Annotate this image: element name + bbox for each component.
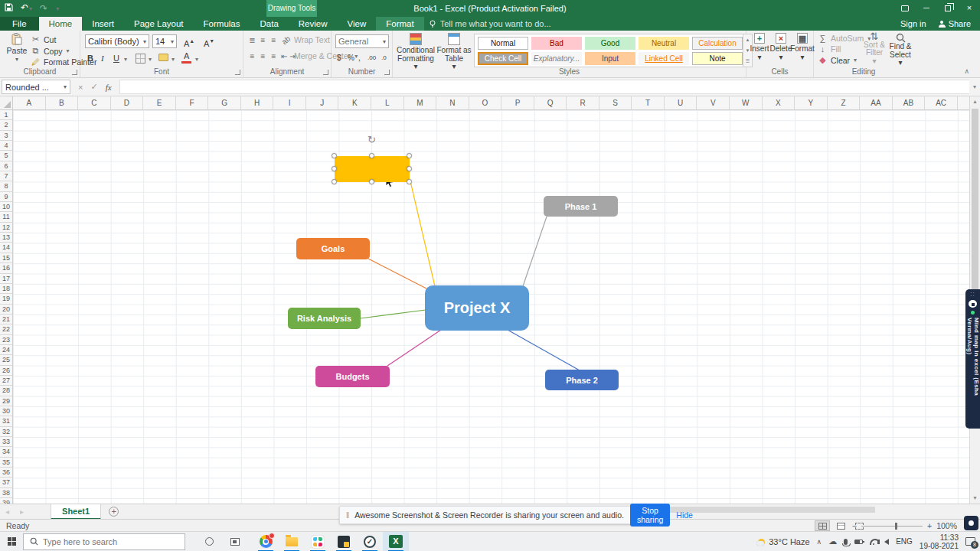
start-button[interactable] [0,532,23,551]
mindmap-node-goals[interactable]: Goals [296,238,370,259]
zoom-out-button[interactable]: − [852,521,857,530]
ribbon-tab-view[interactable]: View [338,17,377,31]
cell-style-normal[interactable]: Normal [478,37,528,50]
column-header-I[interactable]: I [273,96,306,109]
drag-handle-icon[interactable]: ‖ [346,511,348,520]
ribbon-tab-format[interactable]: Format [376,17,423,31]
selection-handle-1[interactable] [369,153,374,158]
row-header-9[interactable]: 9 [0,192,12,202]
row-header-20[interactable]: 20 [0,305,12,315]
sheet-tab-sheet1[interactable]: Sheet1 [51,504,101,520]
conditional-formatting-button[interactable]: Conditional Formatting▾ [397,33,434,71]
orientation-button[interactable]: ab [279,34,292,47]
column-header-V[interactable]: V [697,96,730,109]
mindmap-node-selected-shape[interactable] [335,156,410,182]
zoom-level[interactable]: 100% [936,521,957,530]
name-box[interactable]: Rounded ...▾ [2,80,70,94]
taskbar-app-explorer[interactable] [279,532,305,551]
increase-font-button[interactable]: A▲ [181,35,197,50]
column-header-G[interactable]: G [208,96,241,109]
row-header-39[interactable]: 39 [0,498,12,504]
column-header-S[interactable]: S [599,96,632,109]
ribbon-tab-home[interactable]: Home [39,17,83,31]
format-as-table-button[interactable]: Format as Table▾ [436,33,472,71]
scroll-up-icon[interactable]: ▲ [970,96,980,107]
row-header-12[interactable]: 12 [0,223,12,233]
mindmap-node-risk-analysis[interactable]: Risk Analysis [288,308,361,329]
onedrive-icon[interactable]: ☁ [828,536,837,546]
action-center-icon[interactable]: 8 [965,537,975,546]
ribbon-tab-formulas[interactable]: Formulas [194,17,250,31]
column-header-Y[interactable]: Y [795,96,828,109]
row-header-16[interactable]: 16 [0,263,12,273]
weather-widget[interactable]: 33°C Haze [758,537,809,546]
taskbar-app-notes[interactable] [331,532,357,551]
ribbon-tab-review[interactable]: Review [289,17,338,31]
formula-bar-expand-icon[interactable]: ▾ [969,83,980,90]
row-header-34[interactable]: 34 [0,447,12,457]
copy-button[interactable]: ⧉Copy▾ [31,46,70,56]
cell-style-note[interactable]: Note [692,52,743,65]
row-header-19[interactable]: 19 [0,294,12,304]
taskbar-search[interactable] [23,533,185,550]
column-header-AB[interactable]: AB [893,96,926,109]
decrease-font-button[interactable]: A▼ [201,35,217,50]
ribbon-tab-insert[interactable]: Insert [82,17,124,31]
align-left-icon[interactable]: ≡ [247,52,257,60]
comma-style-button[interactable]: , [356,52,363,64]
percent-style-button[interactable]: % [345,52,357,64]
align-bottom-icon[interactable]: ≡ [269,36,279,44]
column-header-Z[interactable]: Z [828,96,861,109]
row-header-35[interactable]: 35 [0,458,12,468]
alignment-dialog-launcher-icon[interactable] [323,70,328,75]
row-header-23[interactable]: 23 [0,335,12,345]
dropdown-icon[interactable]: ▾ [172,56,175,63]
worksheet-grid[interactable]: ↻ Phase 1GoalsRisk AnalysisBudgetsPhase … [13,110,969,504]
taskbar-app-chrome[interactable] [253,532,279,551]
cell-style-calculation[interactable]: Calculation [692,37,743,50]
cells-insert-button[interactable]: +Insert▾ [750,33,769,61]
cell-style-explanatory-[interactable]: Explanatory... [531,52,582,65]
cell-style-linked-cell[interactable]: Linked Cell [639,52,689,65]
row-header-28[interactable]: 28 [0,386,12,396]
row-header-24[interactable]: 24 [0,345,12,355]
column-header-F[interactable]: F [176,96,209,109]
paste-button[interactable]: Paste ▾ [2,33,32,64]
font-family-select[interactable]: Calibri (Body)▾ [85,34,149,48]
row-header-37[interactable]: 37 [0,478,12,487]
row-header-8[interactable]: 8 [0,181,12,191]
ribbon-display-options-button[interactable] [894,0,916,17]
align-center-icon[interactable]: ≡ [258,52,268,60]
selection-handle-0[interactable] [332,153,337,158]
mindmap-node-budgets[interactable]: Budgets [315,366,390,387]
row-header-36[interactable]: 36 [0,468,12,478]
wrap-text-button[interactable]: Wrap Text [294,35,330,44]
column-header-O[interactable]: O [469,96,502,109]
row-header-6[interactable]: 6 [0,161,12,171]
stop-sharing-button[interactable]: Stop sharing [630,504,670,527]
selection-handle-7[interactable] [407,179,412,184]
wifi-icon[interactable] [870,539,877,545]
column-header-Q[interactable]: Q [534,96,567,109]
fill-button[interactable]: ↓Fill [818,44,841,54]
row-header-17[interactable]: 17 [0,274,12,284]
close-button[interactable]: × [959,0,980,17]
row-header-5[interactable]: 5 [0,151,12,161]
bold-button[interactable]: B [85,52,96,64]
column-header-B[interactable]: B [46,96,79,109]
recorder-side-widget[interactable]: ⁚⁚ Mind map in excel (Esha Verma/Aug) [965,289,980,429]
drag-dots-icon[interactable]: ⁚⁚ [970,292,975,297]
row-header-1[interactable]: 1 [0,110,12,120]
column-header-J[interactable]: J [306,96,339,109]
row-header-11[interactable]: 11 [0,212,12,222]
cell-style-input[interactable]: Input [585,52,635,65]
taskbar-app-slack[interactable] [305,532,331,551]
page-layout-view-button[interactable] [833,520,848,531]
align-right-icon[interactable]: ≡ [269,52,279,60]
customize-qat-button[interactable]: ▾ [55,0,59,18]
row-header-32[interactable]: 32 [0,427,12,437]
clipboard-dialog-launcher-icon[interactable] [72,70,77,75]
italic-button[interactable]: I [99,52,106,64]
row-header-15[interactable]: 15 [0,253,12,263]
column-header-U[interactable]: U [665,96,697,109]
